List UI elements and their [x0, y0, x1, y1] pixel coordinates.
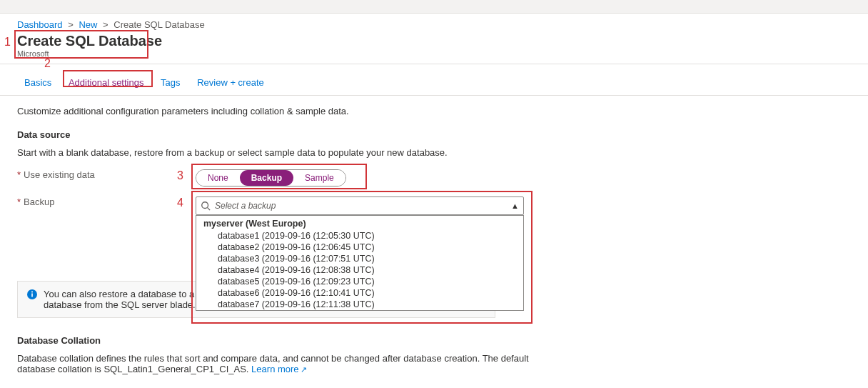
tab-tags[interactable]: Tags — [153, 73, 187, 95]
svg-rect-3 — [31, 294, 33, 297]
backup-dropdown[interactable]: Select a backup ▲ — [196, 197, 524, 215]
backup-item[interactable]: database4 (2019-09-16 (12:08:38 UTC) — [196, 264, 523, 276]
external-link-icon: ↗ — [301, 365, 307, 374]
breadcrumb-dashboard[interactable]: Dashboard — [17, 19, 63, 30]
page-title: Create SQL Database — [17, 33, 851, 49]
tab-basics[interactable]: Basics — [17, 73, 59, 95]
backup-item[interactable]: database1 (2019-09-16 (12:05:30 UTC) — [196, 230, 523, 242]
tab-additional-settings[interactable]: Additional settings — [61, 73, 151, 95]
collation-learn-more-text: Learn more — [251, 364, 298, 374]
annotation-number-1: 1 — [4, 36, 11, 49]
svg-point-4 — [31, 292, 33, 293]
option-sample[interactable]: Sample — [293, 170, 345, 186]
title-block: Create SQL Database Microsoft 1 — [0, 31, 868, 64]
backup-item[interactable]: database6 (2019-09-16 (12:10:41 UTC) — [196, 287, 523, 299]
backup-item[interactable]: database2 (2019-09-16 (12:06:45 UTC) — [196, 242, 523, 253]
backup-item[interactable]: database3 (2019-09-16 (12:07:51 UTC) — [196, 253, 523, 264]
svg-point-0 — [202, 202, 208, 209]
collation-heading: Database Collation — [17, 335, 851, 346]
breadcrumb-sep: > — [103, 19, 108, 30]
breadcrumb: Dashboard > New > Create SQL Database — [0, 14, 868, 31]
required-asterisk: * — [17, 169, 21, 180]
backup-label: *Backup — [17, 197, 196, 207]
svg-line-1 — [208, 208, 211, 211]
chevron-up-icon: ▲ — [511, 202, 519, 210]
breadcrumb-current: Create SQL Database — [113, 19, 204, 30]
info-icon — [26, 289, 38, 300]
data-source-heading: Data source — [17, 129, 851, 140]
option-backup[interactable]: Backup — [240, 170, 293, 186]
collation-learn-more-link[interactable]: Learn more↗ — [251, 364, 306, 374]
use-existing-data-label-text: Use existing data — [24, 169, 95, 180]
backup-label-text: Backup — [24, 197, 54, 207]
option-none[interactable]: None — [196, 170, 240, 186]
tab-review-create[interactable]: Review + create — [190, 73, 271, 95]
breadcrumb-new[interactable]: New — [79, 19, 97, 30]
content: Customize additional configuration param… — [0, 96, 868, 388]
required-asterisk: * — [17, 197, 21, 207]
breadcrumb-sep: > — [68, 19, 74, 30]
data-source-description: Start with a blank database, restore fro… — [17, 147, 851, 158]
use-existing-data-row: *Use existing data None Backup Sample 3 — [17, 169, 851, 186]
info-text-prefix: You can also restore a database to a — [44, 289, 197, 299]
use-existing-data-label: *Use existing data — [17, 169, 196, 180]
backup-row: *Backup Select a backup ▲ myserver (West… — [17, 197, 851, 215]
page-subtitle: Microsoft — [17, 49, 851, 58]
backup-item[interactable]: database7 (2019-09-16 (12:11:38 UTC) — [196, 299, 523, 310]
backup-dropdown-placeholder: Select a backup — [215, 201, 511, 211]
window-top-bar — [0, 0, 868, 14]
intro-text: Customize additional configuration param… — [17, 106, 851, 116]
backup-item[interactable]: database5 (2019-09-16 (12:09:23 UTC) — [196, 276, 523, 287]
existing-data-toggle: None Backup Sample — [196, 169, 346, 186]
search-icon — [201, 201, 211, 211]
backup-dropdown-wrap: Select a backup ▲ myserver (West Europe)… — [196, 197, 524, 215]
collation-description: Database collation defines the rules tha… — [17, 353, 531, 374]
backup-dropdown-list[interactable]: myserver (West Europe) database1 (2019-0… — [196, 215, 524, 311]
info-text-suffix: server blade. — [142, 299, 198, 310]
tabs: Basics Additional settings Tags Review +… — [0, 64, 868, 96]
backup-group-header: myserver (West Europe) — [196, 216, 523, 230]
